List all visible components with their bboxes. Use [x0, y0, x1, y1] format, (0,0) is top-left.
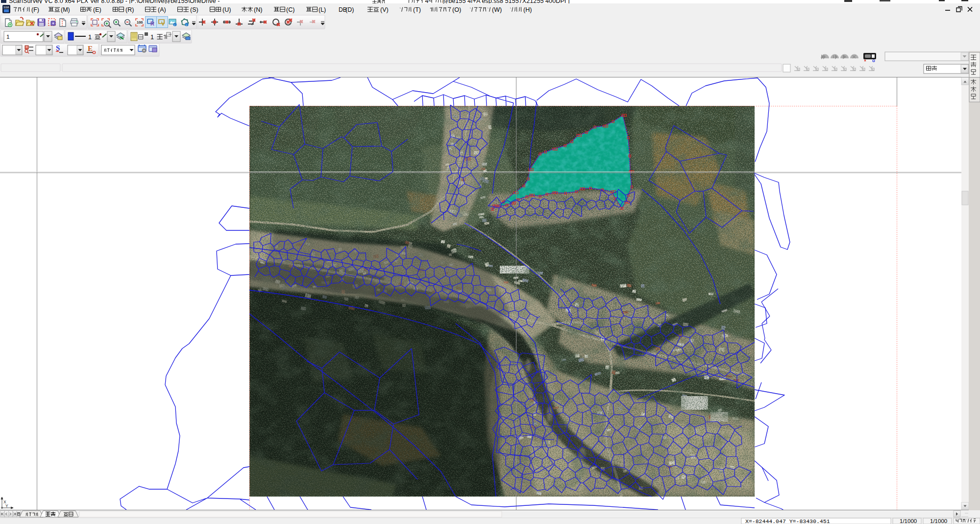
svg-text:(M): (M) [61, 6, 70, 13]
svg-text:(W): (W) [492, 6, 502, 13]
svg-text:(R): (R) [125, 6, 134, 13]
svg-text:V: V [161, 21, 165, 26]
svg-text:(L): (L) [318, 6, 326, 13]
svg-text:(H): (H) [523, 6, 532, 13]
svg-text:(O): (O) [452, 6, 461, 13]
svg-text:1: 1 [88, 34, 92, 41]
svg-text:E: E [88, 45, 93, 52]
svg-text:100: 100 [137, 20, 143, 25]
svg-text:Y: Y [5, 503, 8, 508]
svg-text:i: i [186, 24, 187, 26]
svg-text:(E): (E) [93, 6, 101, 13]
svg-text:R: R [150, 21, 154, 26]
svg-text:1: 1 [6, 33, 10, 40]
svg-text:(F): (F) [31, 6, 39, 13]
svg-text:i: i [174, 24, 175, 26]
svg-text:1/1000: 1/1000 [930, 518, 947, 524]
svg-text:(U): (U) [222, 6, 231, 13]
svg-text:(V): (V) [380, 6, 389, 13]
svg-text:1/1000: 1/1000 [900, 518, 917, 524]
svg-text:SS8: SS8 [3, 6, 9, 9]
svg-text:(A): (A) [158, 6, 166, 13]
svg-text:1: 1 [150, 34, 154, 41]
svg-text:(S): (S) [190, 6, 198, 13]
svg-text:(D): (D) [345, 6, 354, 13]
svg-text:X=-82444.047 Y=-83430.451: X=-82444.047 Y=-83430.451 [745, 518, 830, 524]
svg-text:(T): (T) [413, 6, 421, 13]
svg-text:(C): (C) [286, 6, 294, 13]
svg-text:(N): (N) [254, 6, 262, 13]
